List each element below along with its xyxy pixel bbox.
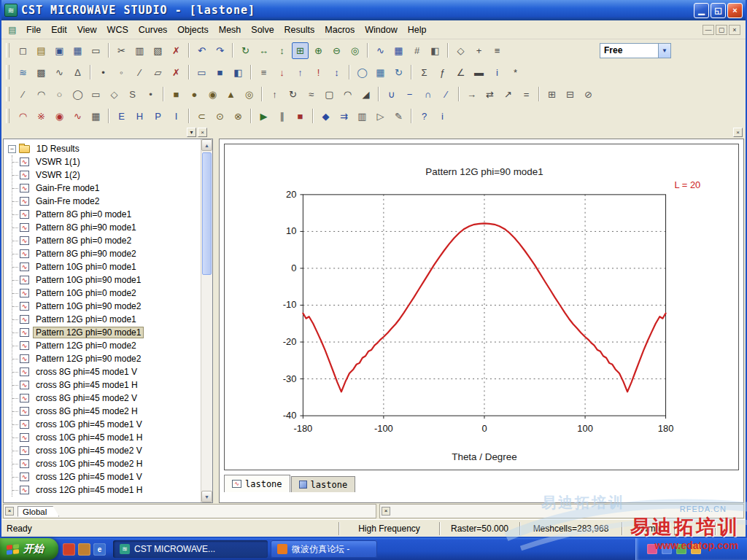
tree-item[interactable]: ∿cross 8G phi=45 mode1 H bbox=[12, 378, 200, 392]
tree-item[interactable]: ∿Pattern 10G phi=0 mode2 bbox=[12, 287, 200, 300]
create-cylinder-icon[interactable]: ◉ bbox=[204, 86, 221, 103]
tree-item[interactable]: ∿cross 8G phi=45 mode2 H bbox=[12, 405, 200, 418]
tree-item[interactable]: ∿cross 10G phi=45 mode2 H bbox=[12, 457, 200, 470]
properties-icon[interactable]: ≡ bbox=[489, 42, 506, 59]
print-icon[interactable]: ▭ bbox=[88, 42, 104, 59]
view-tab-model[interactable]: lastone bbox=[291, 476, 356, 492]
move-item-down-icon[interactable]: ↓ bbox=[274, 64, 290, 81]
scroll-down-icon[interactable]: ▼ bbox=[201, 491, 212, 502]
options-icon[interactable]: * bbox=[507, 64, 524, 81]
polar-plot-icon[interactable]: ※ bbox=[33, 108, 50, 125]
pick-midpoint-icon[interactable]: ◦ bbox=[113, 64, 130, 81]
group-shapes-icon[interactable]: ⊞ bbox=[543, 86, 560, 103]
paste-icon[interactable]: ▧ bbox=[150, 42, 166, 59]
tray-network-icon[interactable] bbox=[662, 544, 672, 554]
child-close-button[interactable]: × bbox=[729, 25, 740, 35]
tree-item[interactable]: ∿Pattern 8G phi=90 mode1 bbox=[12, 221, 200, 234]
update-results-icon[interactable]: ↻ bbox=[390, 64, 407, 81]
wireframe-view-icon[interactable]: ▭ bbox=[193, 64, 210, 81]
menu-view[interactable]: View bbox=[72, 23, 102, 37]
draw-polygon-icon[interactable]: ◇ bbox=[106, 86, 123, 103]
menu-mesh[interactable]: Mesh bbox=[214, 23, 247, 37]
e-field-monitor-icon[interactable]: E bbox=[113, 108, 130, 125]
waveguide-port-icon[interactable]: ⊂ bbox=[193, 108, 210, 125]
discrete-port-icon[interactable]: ⊙ bbox=[212, 108, 228, 125]
child-restore-button[interactable]: ▢ bbox=[716, 25, 727, 35]
save-all-icon[interactable]: ▦ bbox=[69, 42, 86, 59]
close-button[interactable]: × bbox=[727, 3, 743, 18]
tree-item[interactable]: ∿cross 10G phi=45 mode1 H bbox=[12, 431, 200, 444]
draw-rectangle-icon[interactable]: ▭ bbox=[88, 86, 104, 103]
boolean-intersect-icon[interactable]: ∩ bbox=[419, 86, 436, 103]
boolean-add-icon[interactable]: ∪ bbox=[383, 86, 400, 103]
tree-item[interactable]: ∿Pattern 10G phi=90 mode2 bbox=[12, 300, 200, 313]
component-list-icon[interactable]: ≡ bbox=[255, 64, 272, 81]
tree-item[interactable]: ∿cross 8G phi=45 mode2 V bbox=[12, 392, 200, 405]
menu-file[interactable]: File bbox=[21, 23, 46, 37]
item-priority-icon[interactable]: ! bbox=[310, 64, 327, 81]
task-button[interactable]: ≋CST MICROWAVE... bbox=[113, 540, 268, 558]
messages-tab-global[interactable]: Global bbox=[18, 506, 59, 517]
dynamic-zoom-icon[interactable]: ↕ bbox=[274, 42, 290, 59]
power-monitor-icon[interactable]: P bbox=[150, 108, 166, 125]
tree-item[interactable]: ∿cross 10G phi=45 mode2 V bbox=[12, 444, 200, 457]
draw-line-icon[interactable]: ∕ bbox=[15, 86, 31, 103]
tree-item[interactable]: ∿Pattern 12G phi=0 mode2 bbox=[12, 339, 200, 352]
tree-scrollbar[interactable]: ▲ ▼ bbox=[201, 139, 212, 502]
start-button[interactable]: 开始 bbox=[0, 538, 58, 560]
tray-input-icon[interactable] bbox=[691, 544, 701, 554]
h-field-monitor-icon[interactable]: H bbox=[131, 108, 148, 125]
quick-launch-media-icon[interactable] bbox=[63, 543, 75, 556]
create-cone-icon[interactable]: ▲ bbox=[222, 86, 239, 103]
tree-item[interactable]: ∿Pattern 10G phi=0 mode1 bbox=[12, 260, 200, 273]
redo-icon[interactable]: ↷ bbox=[212, 42, 228, 59]
shell-solid-icon[interactable]: ▢ bbox=[321, 86, 338, 103]
quick-launch-browser-icon[interactable]: e bbox=[93, 543, 106, 556]
menu-help[interactable]: Help bbox=[403, 23, 432, 37]
new-component-icon[interactable]: ◯ bbox=[354, 64, 371, 81]
combo-dropdown-icon[interactable]: ▼ bbox=[658, 44, 670, 58]
tree-item[interactable]: ∿cross 8G phi=45 mode1 V bbox=[12, 365, 200, 378]
align-wcs-icon[interactable]: ≋ bbox=[15, 64, 31, 81]
start-solver-icon[interactable]: ▶ bbox=[255, 108, 272, 125]
restore-button[interactable]: ◱ bbox=[711, 3, 726, 18]
blend-edge-icon[interactable]: ◠ bbox=[339, 86, 356, 103]
task-button[interactable]: 微波仿真论坛 - bbox=[271, 540, 377, 558]
reset-view-icon[interactable]: ◎ bbox=[347, 42, 363, 59]
menu-macros[interactable]: Macros bbox=[320, 23, 360, 37]
shaded-view-icon[interactable]: ■ bbox=[212, 64, 228, 81]
tree-item[interactable]: ∿Pattern 12G phi=90 mode2 bbox=[12, 352, 200, 365]
new-file-icon[interactable]: ◻ bbox=[15, 42, 31, 59]
lumped-element-icon[interactable]: ⊗ bbox=[230, 108, 247, 125]
view-tab-plot[interactable]: ∿lastone bbox=[224, 475, 290, 492]
measure-distance-icon[interactable]: ▬ bbox=[471, 64, 487, 81]
mirror-shape-icon[interactable]: ⇄ bbox=[481, 86, 498, 103]
ungroup-shapes-icon[interactable]: ⊟ bbox=[562, 86, 578, 103]
tree-item[interactable]: ∿VSWR 1(2) bbox=[12, 168, 200, 182]
scrollbar-thumb[interactable] bbox=[202, 152, 212, 275]
messages-close-icon[interactable]: × bbox=[5, 507, 14, 516]
menu-results[interactable]: Results bbox=[279, 23, 320, 37]
mesh-view-icon[interactable]: # bbox=[409, 42, 425, 59]
collapse-icon[interactable]: − bbox=[8, 145, 16, 153]
chamfer-edge-icon[interactable]: ◢ bbox=[357, 86, 374, 103]
sum-results-icon[interactable]: Σ bbox=[416, 64, 433, 81]
loft-icon[interactable]: ≈ bbox=[303, 86, 320, 103]
measure-angle-icon[interactable]: ∠ bbox=[452, 64, 469, 81]
menu-window[interactable]: Window bbox=[360, 23, 402, 37]
zoom-window-icon[interactable]: ⊞ bbox=[292, 42, 309, 59]
current-monitor-icon[interactable]: I bbox=[168, 108, 185, 125]
draw-arc-icon[interactable]: ◠ bbox=[33, 86, 50, 103]
plot-1d-icon[interactable]: ∿ bbox=[372, 42, 389, 59]
cut-icon[interactable]: ✂ bbox=[113, 42, 130, 59]
child-minimize-button[interactable]: — bbox=[703, 25, 714, 35]
slice-shape-icon[interactable]: ∕ bbox=[438, 86, 454, 103]
material-checker-icon[interactable]: ▩ bbox=[33, 64, 50, 81]
draw-circle-icon[interactable]: ○ bbox=[51, 86, 68, 103]
farfield-plot-icon[interactable]: ◠ bbox=[15, 108, 31, 125]
free-mode-combo[interactable]: Free ▼ bbox=[600, 43, 671, 58]
stop-solver-icon[interactable]: ■ bbox=[292, 108, 309, 125]
create-torus-icon[interactable]: ◎ bbox=[241, 86, 258, 103]
tree-item[interactable]: ∿Pattern 12G phi=90 mode1 bbox=[12, 326, 200, 339]
scroll-up-icon[interactable]: ▲ bbox=[201, 139, 212, 151]
